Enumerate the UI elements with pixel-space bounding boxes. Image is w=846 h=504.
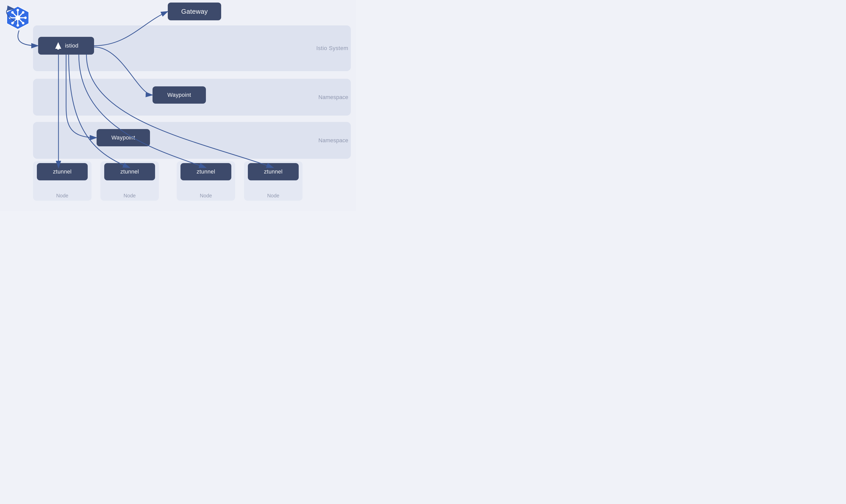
svg-point-16 bbox=[22, 11, 24, 14]
kubernetes-logo bbox=[5, 5, 31, 31]
ztunnel2-box: ztunnel bbox=[104, 163, 155, 180]
svg-point-15 bbox=[22, 22, 24, 24]
waypoint2-box: Waypoint bbox=[96, 129, 150, 146]
namespace2-label: Namespace bbox=[318, 122, 348, 159]
namespace1-label: Namespace bbox=[318, 79, 348, 115]
ztunnel4-label: ztunnel bbox=[264, 168, 282, 175]
ztunnel3-label: ztunnel bbox=[196, 168, 215, 175]
node3-label: Node bbox=[177, 193, 235, 199]
istiod-label: istiod bbox=[65, 42, 78, 49]
node2-label: Node bbox=[101, 193, 159, 199]
namespace2-band bbox=[33, 122, 351, 159]
svg-rect-19 bbox=[57, 49, 59, 50]
waypoint1-label: Waypoint bbox=[167, 92, 191, 98]
svg-point-13 bbox=[24, 17, 27, 19]
svg-point-12 bbox=[9, 17, 12, 19]
svg-marker-18 bbox=[55, 42, 61, 49]
svg-point-14 bbox=[11, 11, 14, 14]
node4-label: Node bbox=[244, 193, 302, 199]
istio-system-label: Istio System bbox=[316, 25, 348, 71]
svg-point-17 bbox=[11, 22, 14, 24]
ztunnel2-label: ztunnel bbox=[120, 168, 139, 175]
svg-point-10 bbox=[17, 9, 19, 12]
istiod-box: istiod bbox=[38, 37, 94, 55]
sail-icon bbox=[54, 41, 63, 50]
ztunnel3-box: ztunnel bbox=[180, 163, 231, 180]
waypoint2-label: Waypoint bbox=[111, 134, 135, 141]
svg-point-11 bbox=[17, 24, 19, 27]
ztunnel4-box: ztunnel bbox=[248, 163, 299, 180]
ztunnel1-label: ztunnel bbox=[53, 168, 71, 175]
waypoint1-box: Waypoint bbox=[153, 86, 206, 104]
ztunnel1-box: ztunnel bbox=[37, 163, 88, 180]
gateway-box: Gateway bbox=[168, 2, 221, 20]
gateway-label: Gateway bbox=[181, 7, 208, 16]
node1-label: Node bbox=[33, 193, 91, 199]
diagram-container: Istio System Namespace Namespace Node No… bbox=[0, 0, 356, 211]
